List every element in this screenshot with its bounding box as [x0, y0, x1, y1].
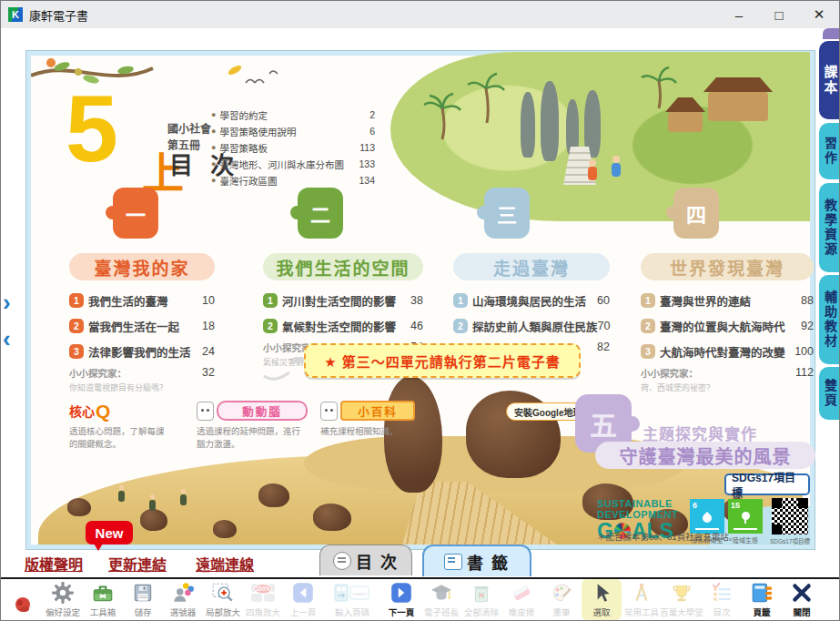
stone-illustration [521, 92, 535, 158]
lesson-page: 60 [597, 294, 610, 307]
lesson-row[interactable]: 1我們生活的臺灣10 [69, 288, 215, 313]
list-icon [710, 580, 734, 606]
quiz-button[interactable]: 百萬大學堂 [662, 579, 702, 620]
lesson-row[interactable]: 1臺灣與世界的連結88 [641, 288, 814, 313]
legend-desc: 補充課程相關知識。 [320, 425, 415, 438]
unit3-title: 走過臺灣 [453, 253, 610, 280]
next-page-button[interactable]: 下一頁 [381, 579, 421, 620]
lesson-title: 山海環境與居民的生活 [472, 292, 586, 310]
lesson-row[interactable]: 2探訪史前人類與原住民族70 [453, 313, 610, 339]
legend-core-q: 核心Q 透過核心問題，了解每課的關鍵概念。 [69, 402, 171, 451]
page-tabs-button[interactable]: 頁籤 [742, 579, 782, 620]
unit1-title: 臺灣我的家 [69, 253, 215, 280]
lesson-row[interactable]: 3法律影響我們的生活24 [69, 339, 215, 364]
lesson-title: 當我們生活在一起 [88, 318, 179, 335]
tab-supplementary-materials[interactable]: 輔助教材 [819, 275, 840, 364]
lesson-row[interactable]: 2臺灣的位置與大航海時代92 [641, 313, 814, 339]
minimize-button[interactable]: – [719, 1, 759, 28]
fm-page: 6 [369, 126, 375, 137]
save-button[interactable]: 儲存 [123, 579, 163, 620]
bullet-icon: ● [211, 110, 216, 119]
panel-expand-icon[interactable]: › [3, 290, 11, 314]
legend-desc: 透過課程的延伸問題，進行腦力激盪。 [197, 425, 308, 451]
gear-icon [51, 580, 75, 606]
update-link[interactable]: 更新連結 [108, 553, 167, 575]
person-numbers-icon [171, 580, 195, 606]
toolbar-label: 工具箱 [90, 606, 116, 618]
prev-page-button[interactable]: 上一頁 [283, 579, 323, 620]
copyright-link[interactable]: 版權聲明 [25, 553, 83, 575]
bookmark-tab[interactable]: 書 籤 [422, 545, 531, 576]
front-matter-row: ●學習策略使用說明6 [211, 123, 375, 139]
rock-illustration [258, 484, 289, 507]
toolbar-label: 四角放大 [246, 606, 280, 618]
common-tools-button[interactable]: 常用工具 [622, 579, 662, 620]
unit-column-2: 二 我們生活的空間 1河川對生活空間的影響38 2氣候對生活空間的影響46 小小… [263, 188, 423, 368]
toolbar-label: 選取 [592, 606, 610, 618]
bullet-icon: ● [211, 127, 216, 136]
unit-column-1: 一 臺灣我的家 1我們生活的臺灣10 2當我們生活在一起18 3法律影響我們的生… [69, 188, 215, 393]
front-matter-row: ●學習策略板113 [211, 139, 375, 156]
unit-column-4: 四 世界發現臺灣 1臺灣與世界的連結88 2臺灣的位置與大航海時代92 3大航海… [641, 188, 814, 393]
sdgs-17-goals-button[interactable]: SDGs17項目標 [724, 473, 810, 495]
corner-zoom-button[interactable]: 100% 四角放大 [243, 579, 283, 620]
number-picker-button[interactable]: 選號器 [163, 579, 203, 620]
lesson-row[interactable]: 2當我們生活在一起18 [69, 313, 215, 339]
toolbar-label: 選號器 [170, 606, 197, 618]
sdg-goal6-icon: 6 淨水和衛生 [690, 499, 724, 534]
water-drop-icon [701, 512, 713, 524]
sdg6-number: 6 [693, 501, 697, 510]
select-button[interactable]: 選取 [582, 579, 622, 620]
hidden-tab-sliver[interactable] [823, 28, 840, 39]
front-matter-row: ●學習的約定2 [211, 107, 375, 123]
maximize-button[interactable]: □ [759, 1, 799, 28]
prev-page-arrow-icon[interactable]: ‹ [3, 327, 11, 351]
lesson-number-badge: 1 [641, 293, 655, 308]
partial-zoom-button[interactable]: 局部放大 [203, 579, 243, 620]
explorer-page: 112 [795, 366, 814, 379]
lesson-row[interactable]: 1河川對生活空間的影響38 [263, 288, 423, 313]
tab-teaching-resources[interactable]: 教學資源 [819, 183, 840, 272]
explorer-label: 小小探究家： [69, 366, 127, 380]
preferences-button[interactable]: 偏好設定 [43, 579, 83, 620]
lesson-row[interactable]: 2氣候對生活空間的影響46 [263, 313, 423, 339]
tab-workbook[interactable]: 習作 [819, 123, 840, 179]
svg-text:menu: menu [352, 591, 366, 596]
tree-icon [742, 512, 750, 520]
lesson-number-badge: 1 [263, 293, 278, 308]
fm-label: 學習的約定 [219, 108, 268, 122]
toc-button[interactable]: 目次 [702, 579, 742, 620]
child-illustration [588, 167, 597, 180]
front-matter-row: ●臺灣地形、河川與水庫分布圖133 [211, 156, 375, 172]
close-button[interactable]: 關閉 [782, 579, 822, 620]
google-earth-text: 安裝Google地球 [514, 405, 582, 419]
lesson-title: 氣候對生活空間的影響 [282, 318, 396, 335]
toc-tab-label: 目 次 [356, 549, 399, 573]
qr-label: SDGs17項目標 [766, 536, 814, 545]
close-window-button[interactable]: ✕ [799, 1, 839, 28]
sdgs-note: ＊配合課本第80、81頁社會充電站。 [597, 530, 737, 543]
hut-illustration [708, 92, 768, 121]
tab-two-page-view[interactable]: 雙頁 [819, 367, 840, 420]
toolbox-button[interactable]: 工具箱 [83, 579, 123, 620]
clear-all-button[interactable]: 全部清除 [461, 579, 501, 620]
lesson-row[interactable]: 3大航海時代對臺灣的改變100 [641, 339, 814, 364]
paint-brush-button[interactable]: 畫筆 [541, 579, 582, 620]
e-class-leader-button[interactable]: 電子班長 [421, 579, 461, 620]
toc-tab[interactable]: 目 次 [319, 545, 412, 575]
tab-textbook[interactable]: 課本 [819, 41, 840, 119]
menu-keypad-icon: menu [334, 580, 370, 606]
remote-connection-link[interactable]: 遠端連線 [196, 553, 254, 575]
toolbar-label: 百萬大學堂 [660, 606, 703, 618]
lesson-row[interactable]: 1山海環境與居民的生活60 [453, 288, 610, 313]
banner-text: ★ 第三～四單元請執行第二片電子書 [324, 351, 561, 371]
lesson-page: 100 [794, 345, 814, 358]
stamp-button[interactable] [3, 579, 43, 620]
toolbar-label: 儲存 [134, 606, 151, 618]
toc-tab-icon [333, 552, 351, 570]
eraser-button[interactable]: 橡皮擦 [501, 579, 541, 620]
page-input-button[interactable]: menu 輸入頁碼 [323, 579, 381, 620]
lesson-number-badge: 3 [641, 344, 655, 359]
toolbar-label: 局部放大 [206, 606, 240, 618]
bookmark-tab-icon [444, 554, 462, 570]
